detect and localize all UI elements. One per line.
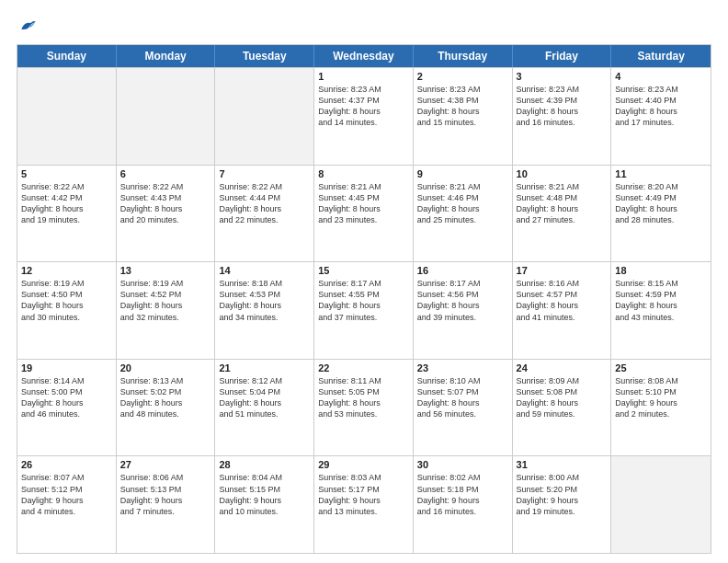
calendar-day-22: 22Sunrise: 8:11 AM Sunset: 5:05 PM Dayli… xyxy=(314,360,414,456)
calendar-day-6: 6Sunrise: 8:22 AM Sunset: 4:43 PM Daylig… xyxy=(117,166,216,262)
day-number: 14 xyxy=(219,265,310,276)
day-info: Sunrise: 8:17 AM Sunset: 4:56 PM Dayligh… xyxy=(417,278,508,323)
calendar-day-21: 21Sunrise: 8:12 AM Sunset: 5:04 PM Dayli… xyxy=(215,360,314,456)
calendar-day-2: 2Sunrise: 8:23 AM Sunset: 4:38 PM Daylig… xyxy=(414,68,513,165)
day-number: 18 xyxy=(615,265,707,276)
calendar-day-30: 30Sunrise: 8:02 AM Sunset: 5:18 PM Dayli… xyxy=(414,456,513,553)
day-number: 6 xyxy=(120,168,211,179)
weekday-header-wednesday: Wednesday xyxy=(314,45,414,67)
day-info: Sunrise: 8:23 AM Sunset: 4:40 PM Dayligh… xyxy=(615,84,707,129)
calendar-empty-cell xyxy=(611,456,711,553)
calendar-day-1: 1Sunrise: 8:23 AM Sunset: 4:37 PM Daylig… xyxy=(314,68,414,165)
day-info: Sunrise: 8:17 AM Sunset: 4:55 PM Dayligh… xyxy=(318,278,409,323)
calendar-day-18: 18Sunrise: 8:15 AM Sunset: 4:59 PM Dayli… xyxy=(611,262,711,359)
calendar-day-13: 13Sunrise: 8:19 AM Sunset: 4:52 PM Dayli… xyxy=(117,262,216,359)
calendar-row-4: 19Sunrise: 8:14 AM Sunset: 5:00 PM Dayli… xyxy=(17,359,711,456)
day-info: Sunrise: 8:13 AM Sunset: 5:02 PM Dayligh… xyxy=(120,375,211,420)
calendar-row-5: 26Sunrise: 8:07 AM Sunset: 5:12 PM Dayli… xyxy=(17,455,711,553)
calendar: SundayMondayTuesdayWednesdayThursdayFrid… xyxy=(17,44,711,554)
day-number: 20 xyxy=(120,362,211,373)
day-number: 12 xyxy=(21,265,112,276)
calendar-day-26: 26Sunrise: 8:07 AM Sunset: 5:12 PM Dayli… xyxy=(17,456,117,553)
day-number: 17 xyxy=(517,265,608,276)
calendar-day-4: 4Sunrise: 8:23 AM Sunset: 4:40 PM Daylig… xyxy=(611,68,711,165)
day-number: 9 xyxy=(417,168,508,179)
calendar-day-23: 23Sunrise: 8:10 AM Sunset: 5:07 PM Dayli… xyxy=(414,360,513,456)
day-number: 24 xyxy=(517,362,608,373)
logo xyxy=(17,17,37,35)
day-number: 21 xyxy=(219,362,310,373)
calendar-header: SundayMondayTuesdayWednesdayThursdayFrid… xyxy=(17,45,711,67)
day-number: 29 xyxy=(318,459,409,470)
day-number: 31 xyxy=(517,459,608,470)
calendar-day-20: 20Sunrise: 8:13 AM Sunset: 5:02 PM Dayli… xyxy=(117,360,216,456)
day-number: 7 xyxy=(219,168,310,179)
calendar-day-15: 15Sunrise: 8:17 AM Sunset: 4:55 PM Dayli… xyxy=(314,262,414,359)
day-number: 4 xyxy=(615,71,707,82)
day-number: 25 xyxy=(615,362,707,373)
day-info: Sunrise: 8:18 AM Sunset: 4:53 PM Dayligh… xyxy=(219,278,310,323)
day-info: Sunrise: 8:06 AM Sunset: 5:13 PM Dayligh… xyxy=(120,472,211,517)
day-number: 15 xyxy=(318,265,409,276)
day-info: Sunrise: 8:23 AM Sunset: 4:38 PM Dayligh… xyxy=(417,84,508,129)
calendar-day-17: 17Sunrise: 8:16 AM Sunset: 4:57 PM Dayli… xyxy=(513,262,612,359)
calendar-body: 1Sunrise: 8:23 AM Sunset: 4:37 PM Daylig… xyxy=(17,67,711,553)
header xyxy=(17,17,711,35)
weekday-header-monday: Monday xyxy=(117,45,216,67)
day-number: 8 xyxy=(318,168,409,179)
day-info: Sunrise: 8:09 AM Sunset: 5:08 PM Dayligh… xyxy=(517,375,608,420)
calendar-day-9: 9Sunrise: 8:21 AM Sunset: 4:46 PM Daylig… xyxy=(414,166,513,262)
day-number: 3 xyxy=(517,71,608,82)
day-info: Sunrise: 8:07 AM Sunset: 5:12 PM Dayligh… xyxy=(21,472,112,517)
calendar-day-3: 3Sunrise: 8:23 AM Sunset: 4:39 PM Daylig… xyxy=(513,68,612,165)
day-number: 5 xyxy=(21,168,112,179)
calendar-day-11: 11Sunrise: 8:20 AM Sunset: 4:49 PM Dayli… xyxy=(611,166,711,262)
day-info: Sunrise: 8:23 AM Sunset: 4:37 PM Dayligh… xyxy=(318,84,409,129)
calendar-day-24: 24Sunrise: 8:09 AM Sunset: 5:08 PM Dayli… xyxy=(513,360,612,456)
calendar-day-31: 31Sunrise: 8:00 AM Sunset: 5:20 PM Dayli… xyxy=(513,456,612,553)
day-info: Sunrise: 8:11 AM Sunset: 5:05 PM Dayligh… xyxy=(318,375,409,420)
day-info: Sunrise: 8:10 AM Sunset: 5:07 PM Dayligh… xyxy=(417,375,508,420)
calendar-day-16: 16Sunrise: 8:17 AM Sunset: 4:56 PM Dayli… xyxy=(414,262,513,359)
calendar-day-19: 19Sunrise: 8:14 AM Sunset: 5:00 PM Dayli… xyxy=(17,360,117,456)
calendar-empty-cell xyxy=(17,68,117,165)
day-info: Sunrise: 8:19 AM Sunset: 4:52 PM Dayligh… xyxy=(120,278,211,323)
calendar-day-5: 5Sunrise: 8:22 AM Sunset: 4:42 PM Daylig… xyxy=(17,166,117,262)
day-info: Sunrise: 8:00 AM Sunset: 5:20 PM Dayligh… xyxy=(517,472,608,517)
day-number: 26 xyxy=(21,459,112,470)
day-info: Sunrise: 8:08 AM Sunset: 5:10 PM Dayligh… xyxy=(615,375,707,420)
day-number: 27 xyxy=(120,459,211,470)
day-info: Sunrise: 8:23 AM Sunset: 4:39 PM Dayligh… xyxy=(517,84,608,129)
calendar-day-10: 10Sunrise: 8:21 AM Sunset: 4:48 PM Dayli… xyxy=(513,166,612,262)
day-info: Sunrise: 8:19 AM Sunset: 4:50 PM Dayligh… xyxy=(21,278,112,323)
day-number: 11 xyxy=(615,168,707,179)
calendar-day-8: 8Sunrise: 8:21 AM Sunset: 4:45 PM Daylig… xyxy=(314,166,414,262)
calendar-row-3: 12Sunrise: 8:19 AM Sunset: 4:50 PM Dayli… xyxy=(17,261,711,359)
day-number: 1 xyxy=(318,71,409,82)
day-info: Sunrise: 8:15 AM Sunset: 4:59 PM Dayligh… xyxy=(615,278,707,323)
day-info: Sunrise: 8:14 AM Sunset: 5:00 PM Dayligh… xyxy=(21,375,112,420)
calendar-day-7: 7Sunrise: 8:22 AM Sunset: 4:44 PM Daylig… xyxy=(215,166,314,262)
weekday-header-thursday: Thursday xyxy=(414,45,513,67)
day-number: 30 xyxy=(417,459,508,470)
page: SundayMondayTuesdayWednesdayThursdayFrid… xyxy=(0,0,728,563)
day-info: Sunrise: 8:12 AM Sunset: 5:04 PM Dayligh… xyxy=(219,375,310,420)
day-info: Sunrise: 8:04 AM Sunset: 5:15 PM Dayligh… xyxy=(219,472,310,517)
day-number: 28 xyxy=(219,459,310,470)
weekday-header-friday: Friday xyxy=(513,45,612,67)
day-info: Sunrise: 8:22 AM Sunset: 4:43 PM Dayligh… xyxy=(120,181,211,226)
day-info: Sunrise: 8:02 AM Sunset: 5:18 PM Dayligh… xyxy=(417,472,508,517)
day-info: Sunrise: 8:22 AM Sunset: 4:44 PM Dayligh… xyxy=(219,181,310,226)
day-number: 19 xyxy=(21,362,112,373)
day-info: Sunrise: 8:16 AM Sunset: 4:57 PM Dayligh… xyxy=(517,278,608,323)
calendar-day-28: 28Sunrise: 8:04 AM Sunset: 5:15 PM Dayli… xyxy=(215,456,314,553)
day-number: 22 xyxy=(318,362,409,373)
calendar-day-25: 25Sunrise: 8:08 AM Sunset: 5:10 PM Dayli… xyxy=(611,360,711,456)
day-info: Sunrise: 8:21 AM Sunset: 4:48 PM Dayligh… xyxy=(517,181,608,226)
day-info: Sunrise: 8:21 AM Sunset: 4:46 PM Dayligh… xyxy=(417,181,508,226)
day-info: Sunrise: 8:22 AM Sunset: 4:42 PM Dayligh… xyxy=(21,181,112,226)
weekday-header-tuesday: Tuesday xyxy=(215,45,314,67)
day-info: Sunrise: 8:20 AM Sunset: 4:49 PM Dayligh… xyxy=(615,181,707,226)
calendar-day-14: 14Sunrise: 8:18 AM Sunset: 4:53 PM Dayli… xyxy=(215,262,314,359)
calendar-day-12: 12Sunrise: 8:19 AM Sunset: 4:50 PM Dayli… xyxy=(17,262,117,359)
